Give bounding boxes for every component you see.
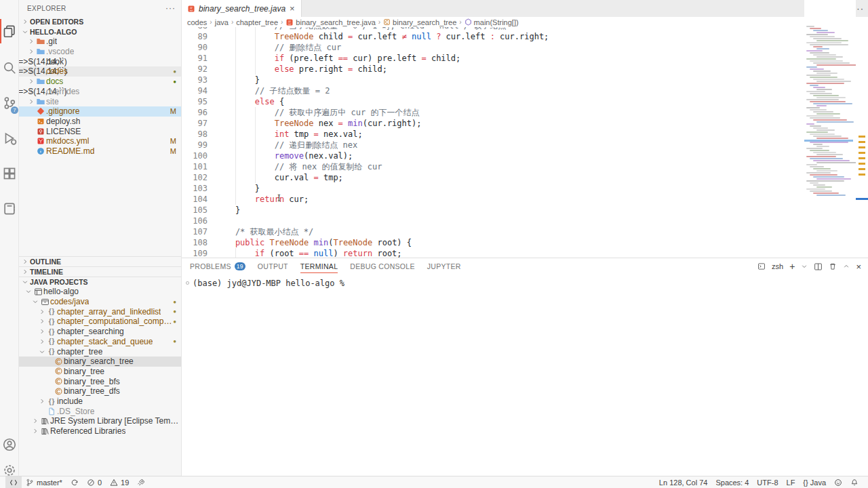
code-line-102: 102cur.val = tmp;: [182, 172, 804, 183]
minimap-line: [810, 134, 835, 135]
item-label: LICENSE: [46, 127, 81, 136]
status-remote-indicator[interactable]: [5, 476, 22, 488]
activity-notebook-button[interactable]: [0, 194, 19, 224]
indent-guide: [235, 42, 236, 53]
status-notifications[interactable]: [846, 476, 863, 488]
explorer-item-readme-md[interactable]: README.mdM: [19, 146, 181, 157]
java-project-item-chapter-tree[interactable]: { }chapter_tree: [19, 346, 181, 357]
minimap-line: [806, 148, 823, 149]
terminal-prompt[interactable]: (base) jyd@JYD-MBP hello-algo %: [193, 279, 344, 288]
explorer-item--gitignore[interactable]: .gitignoreM: [19, 106, 181, 117]
chevron-right-icon: [27, 48, 35, 55]
panel-tab-problems[interactable]: PROBLEMS19: [190, 258, 245, 274]
indent-guide: [235, 140, 236, 150]
explorer-item--git[interactable]: .git: [19, 37, 181, 47]
breadcrumb-item-4[interactable]: binary_search_tree: [383, 18, 456, 26]
code-text: TreeNode child = cur.left ≠ null ? cur.l…: [275, 31, 549, 42]
breadcrumb-item-1[interactable]: java: [215, 18, 229, 26]
sidebar-more-actions-button[interactable]: ···: [165, 3, 176, 13]
tab-binary-search-tree-java[interactable]: binary_search_tree.java ×: [182, 0, 302, 17]
status-warning-count[interactable]: 19: [106, 476, 133, 488]
breadcrumb-item-2[interactable]: chapter_tree: [236, 18, 278, 26]
java-project-item-include[interactable]: { }include: [19, 396, 181, 407]
status-task-runner[interactable]: [133, 476, 149, 488]
explorer-item-license[interactable]: LICENSE: [19, 126, 181, 136]
explorer-item-deploy-sh[interactable]: deploy.sh: [19, 117, 181, 127]
minimap-line: [806, 123, 814, 125]
panel-tab-terminal[interactable]: TERMINAL: [300, 258, 338, 274]
status-eol[interactable]: LF: [783, 476, 800, 488]
activity-run-debug-button[interactable]: [0, 123, 19, 153]
shell-selector[interactable]: zsh: [772, 262, 783, 270]
project-root-section[interactable]: HELLO-ALGO: [19, 26, 181, 37]
breadcrumb-item-0[interactable]: codes: [187, 18, 207, 26]
minimap-line: [813, 192, 839, 194]
java-project-item-binary-tree-dfs[interactable]: binary_tree_dfs: [19, 386, 181, 396]
new-terminal-button[interactable]: +: [789, 261, 795, 272]
breadcrumb-item-3[interactable]: binary_search_tree.java: [285, 18, 375, 26]
java-project-item-binary-tree[interactable]: binary_tree: [19, 367, 181, 377]
kill-terminal-button[interactable]: [829, 262, 837, 270]
explorer-item-mkdocs-yml[interactable]: mkdocs.ymlM: [19, 136, 181, 146]
status-error-count[interactable]: 0: [83, 476, 106, 488]
java-project-item-chapter-stack-and-queue[interactable]: { }chapter_stack_and_queue●: [19, 337, 181, 347]
close-panel-button[interactable]: ×: [856, 262, 861, 272]
open-editors-section[interactable]: OPEN EDITORS: [19, 16, 181, 26]
activity-extensions-button[interactable]: [0, 159, 19, 188]
breadcrumb-item-5[interactable]: main(String[]): [465, 18, 519, 26]
line-number: 108: [182, 237, 208, 248]
minimap-line: [816, 48, 829, 49]
java-project-item-chapter-array-and-linkedlist[interactable]: { }chapter_array_and_linkedlist●: [19, 306, 181, 317]
status-cursor-position[interactable]: Ln 128, Col 74: [655, 476, 712, 488]
explorer-item-codes[interactable]: c=>S(14,14,``)codes●: [19, 66, 181, 77]
activity-explorer-button[interactable]: [0, 16, 19, 46]
panel-tab-output[interactable]: OUTPUT: [258, 258, 288, 274]
panel-tab-debug-console[interactable]: DEBUG CONSOLE: [350, 258, 415, 274]
panel-tab-jupyter[interactable]: JUPYTER: [427, 258, 461, 274]
minimap-line: [813, 176, 844, 178]
chevron-down-icon: [38, 348, 46, 355]
java-project-item-chapter-searching[interactable]: { }chapter_searching: [19, 327, 181, 337]
explorer-item-docs[interactable]: docs●: [19, 77, 181, 87]
terminal-dropdown-chevron-icon[interactable]: [801, 263, 808, 270]
java-project-item-codes-java[interactable]: codes/java●: [19, 297, 181, 307]
java-projects-section[interactable]: JAVA PROJECTS: [19, 277, 181, 287]
line-number: 106: [182, 216, 208, 226]
git-status-dot: ●: [173, 79, 181, 85]
status-sync-changes[interactable]: [66, 476, 83, 488]
activity-search-button[interactable]: [0, 53, 19, 83]
java-project-item-referenced-libraries[interactable]: Referenced Libraries: [19, 426, 181, 436]
maximize-panel-button[interactable]: [843, 263, 850, 270]
status-indentation[interactable]: Spaces: 4: [711, 476, 753, 488]
indent-guide: [235, 150, 236, 161]
status-feedback[interactable]: [830, 476, 846, 488]
minimap-line: [806, 156, 836, 157]
explorer-item-book[interactable]: c=>S(14,14,``)book: [19, 56, 181, 66]
java-project-item-binary-tree-bfs[interactable]: binary_tree_bfs: [19, 376, 181, 386]
java-project-item--ds-store[interactable]: .DS_Store: [19, 406, 181, 416]
explorer-item-site[interactable]: site: [19, 96, 181, 106]
split-terminal-button[interactable]: [814, 262, 823, 271]
minimap-line: [816, 170, 837, 171]
java-project-item-hello-algo[interactable]: hello-algo: [19, 287, 181, 297]
minimap[interactable]: [804, 0, 856, 258]
status-language-mode[interactable]: {} Java: [799, 476, 830, 488]
shell-file-icon: [35, 117, 46, 125]
status-git-branch[interactable]: master*: [22, 476, 66, 488]
timeline-section[interactable]: TIMELINE: [19, 266, 181, 277]
tab-close-icon[interactable]: ×: [289, 3, 296, 14]
code-line-93: 93}: [182, 75, 804, 85]
minimap-line: [806, 42, 842, 43]
status-encoding[interactable]: UTF-8: [753, 476, 782, 488]
code-editor[interactable]: 88// 当子结点数量 = 0 / 1 时, child = null / 该子…: [182, 27, 804, 258]
outline-section[interactable]: OUTLINE: [19, 256, 181, 266]
explorer-item-overrides[interactable]: c=>S(14,14,``)overrides: [19, 87, 181, 97]
java-project-item-binary-search-tree[interactable]: binary_search_tree: [19, 357, 181, 367]
java-project-item-chapter-computational-complexity[interactable]: { }chapter_computational_complexity●: [19, 317, 181, 327]
explorer-item--vscode[interactable]: .vscode: [19, 47, 181, 57]
activity-source-control-button[interactable]: 7: [0, 88, 19, 118]
java-project-item-jre-system-library-eclipse-temurin-17-17[interactable]: JRE System Library [Eclipse Temurin 17 […: [19, 416, 181, 426]
sidebar-title: EXPLORER: [27, 5, 66, 12]
line-number: 103: [182, 183, 208, 194]
code-text: // 删除结点 cur: [275, 42, 342, 53]
